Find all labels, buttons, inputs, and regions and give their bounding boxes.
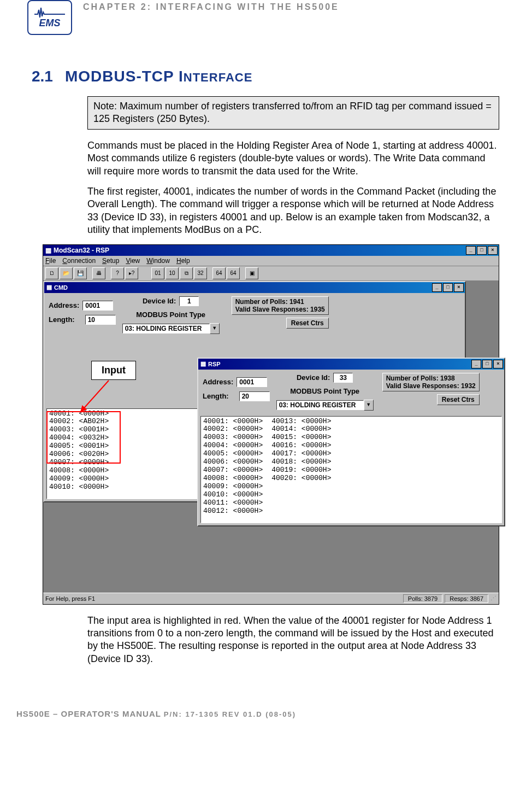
cmd-titlebar: ▦ CMD _ □ × (44, 282, 465, 293)
cmd-title: CMD (54, 284, 68, 291)
window-icon: ▦ (200, 360, 206, 367)
device-id-label: Device Id: (297, 373, 330, 382)
menu-connection[interactable]: Connection (62, 257, 96, 265)
chevron-down-icon[interactable]: ▼ (210, 323, 220, 334)
toolbar-btn-4[interactable]: 32 (194, 267, 207, 279)
minimize-icon[interactable]: _ (466, 246, 476, 255)
menu-window[interactable]: Window (146, 257, 170, 265)
cmd-length-field[interactable]: 10 (85, 315, 116, 325)
point-type-label: MODBUS Point Type (290, 387, 359, 395)
menubar: File Connection Setup View Window Help (43, 256, 499, 266)
modscan-screenshot: ▦ ModScan32 - RSP _ □ × File Connection … (43, 244, 499, 605)
point-type-label: MODBUS Point Type (136, 311, 205, 319)
cmd-polls-value: 1941 (289, 298, 304, 306)
mdi-client-area: ▦ CMD _ □ × Address: 0001 Length: (43, 281, 499, 593)
device-id-label: Device Id: (143, 297, 176, 305)
paragraph-2: The first register, 40001, indicates the… (87, 185, 499, 237)
close-icon[interactable]: × (454, 283, 464, 292)
new-icon[interactable]: 🗋 (45, 267, 58, 279)
toolbar-btn-3[interactable]: ⧉ (180, 267, 193, 279)
toolbar-btn-6[interactable]: 64 (227, 267, 240, 279)
page-footer: HS500E – OPERATOR'S MANUAL P/N: 17-1305 … (16, 709, 516, 718)
cmd-valid-value: 1935 (310, 306, 325, 313)
rsp-reset-button[interactable]: Reset Ctrs (437, 394, 480, 405)
minimize-icon[interactable]: _ (432, 283, 442, 292)
logo-text: EMS (39, 17, 60, 29)
menu-file[interactable]: File (45, 257, 56, 265)
open-icon[interactable]: 📂 (60, 267, 73, 279)
rsp-titlebar: ▦ RSP _ □ × (198, 359, 504, 370)
status-polls: Polls: 3879 (403, 594, 442, 603)
maximize-icon[interactable]: □ (443, 283, 453, 292)
rsp-stats-box: Number of Polls: 1938 Valid Slave Respon… (382, 373, 480, 391)
chapter-title: CHAPTER 2: INTERFACING WITH THE HS500E (83, 2, 339, 12)
length-label: Length: (203, 392, 229, 400)
status-resps: Resps: 3867 (445, 594, 488, 603)
app-title: ModScan32 - RSP (54, 247, 109, 254)
toolbar-btn-5[interactable]: 64 (212, 267, 226, 279)
rsp-valid-value: 1932 (461, 382, 476, 390)
minimize-icon[interactable]: _ (471, 360, 481, 368)
context-help-icon[interactable]: ▸? (125, 267, 138, 279)
paragraph-3: The input area is highlighted in red. Wh… (87, 614, 499, 666)
chevron-down-icon[interactable]: ▼ (364, 400, 374, 411)
rsp-length-field[interactable]: 20 (239, 391, 270, 401)
app-titlebar: ▦ ModScan32 - RSP _ □ × (43, 245, 499, 256)
menu-view[interactable]: View (126, 257, 140, 265)
rsp-device-id-field[interactable]: 33 (333, 373, 353, 383)
note-box: Note: Maximum number of registers transf… (87, 96, 499, 130)
menu-help[interactable]: Help (176, 257, 190, 265)
address-label: Address: (49, 301, 79, 309)
maximize-icon[interactable]: □ (477, 246, 487, 255)
length-label: Length: (49, 315, 75, 324)
close-icon[interactable]: × (488, 246, 498, 255)
toolbar: 🗋 📂 💾 🖶 ? ▸? 01 10 ⧉ 32 64 64 ▣ (43, 266, 499, 281)
address-label: Address: (203, 378, 233, 386)
app-icon: ▦ (45, 247, 51, 254)
resize-grip-icon[interactable]: ⋰ (490, 595, 496, 602)
cmd-device-id-field[interactable]: 1 (179, 296, 199, 306)
cmd-register-list: 40001: <0000H> 40002: <AB02H> 40003: <00… (46, 408, 199, 499)
rsp-point-type-dropdown[interactable]: 03: HOLDING REGISTER (276, 400, 364, 410)
print-icon[interactable]: 🖶 (92, 267, 105, 279)
menu-setup[interactable]: Setup (102, 257, 119, 265)
toolbar-btn-7[interactable]: ▣ (245, 267, 258, 279)
wave-icon (33, 7, 66, 19)
close-icon[interactable]: × (493, 360, 503, 368)
rsp-polls-value: 1938 (440, 374, 455, 382)
maximize-icon[interactable]: □ (482, 360, 492, 368)
cmd-stats-box: Number of Polls: 1941 Valid Slave Respon… (232, 296, 329, 315)
toolbar-btn-1[interactable]: 01 (151, 267, 164, 279)
window-icon: ▦ (46, 284, 52, 291)
section-title: MODBUS-TCP INTERFACE (65, 68, 252, 85)
section-number: 2.1 (32, 68, 53, 85)
help-icon[interactable]: ? (111, 267, 124, 279)
toolbar-btn-2[interactable]: 10 (165, 267, 179, 279)
input-callout: Input (91, 361, 136, 380)
status-help-text: For Help, press F1 (45, 595, 95, 602)
status-bar: For Help, press F1 Polls: 3879 Resps: 38… (43, 593, 499, 604)
paragraph-1: Commands must be placed in the Holding R… (87, 139, 499, 178)
save-icon[interactable]: 💾 (74, 267, 87, 279)
rsp-address-field[interactable]: 0001 (237, 377, 267, 387)
cmd-point-type-dropdown[interactable]: 03: HOLDING REGISTER (122, 324, 210, 333)
cmd-address-field[interactable]: 0001 (82, 301, 113, 311)
rsp-title: RSP (208, 361, 221, 367)
rsp-register-list: 40001: <0000H> 40002: <0000H> 40003: <00… (200, 416, 502, 523)
cmd-reset-button[interactable]: Reset Ctrs (286, 318, 329, 329)
ems-logo: EMS (27, 0, 72, 35)
rsp-window: ▦ RSP _ □ × Address: 0001 Length: (197, 358, 505, 526)
